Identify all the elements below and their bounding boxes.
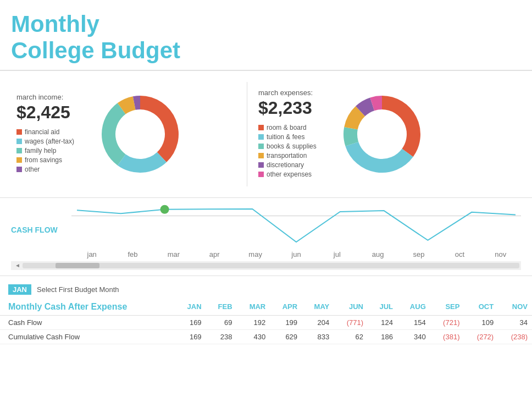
expenses-amount: $2,233 [258,98,335,118]
legend-item: wages (after-tax) [16,137,93,145]
month-label: nov [480,250,521,258]
table-row: Cumulative Cash Flow16923843062983362186… [0,329,532,344]
cashflow-title: CASH FLOW [11,220,71,234]
month-label: jan [71,250,112,258]
table-col-header: MAY [302,298,334,316]
legend-item: discretionary [258,161,335,169]
table-col-header: JUN [334,298,368,316]
month-label: may [235,250,275,258]
income-donut [93,87,187,181]
cell-value: 109 [464,315,498,329]
jan-header: JAN Select First Budget Month [0,282,532,298]
legend-item: from savings [16,156,93,164]
table-section-title: Monthly Cash After Expense [0,298,175,316]
cell-value: 154 [397,315,430,329]
scrollbar-thumb[interactable] [56,263,99,268]
cell-value: (238) [498,329,532,344]
month-label: jul [317,250,357,258]
expenses-donut [335,87,429,181]
income-legend: financial aidwages (after-tax)family hel… [16,128,93,173]
month-label: feb [112,250,153,258]
cell-value: 204 [302,315,334,329]
table-col-header: FEB [206,298,237,316]
charts-section: march income: $2,425 financial aidwages … [0,71,532,198]
cell-value: 62 [334,329,368,344]
table-col-header: OCT [464,298,498,316]
table-col-header: APR [270,298,302,316]
legend-item: other expenses [258,170,335,178]
income-amount: $2,425 [16,102,93,123]
cell-value: (721) [430,315,464,329]
income-info: march income: $2,425 financial aidwages … [16,93,93,175]
row-label: Cash Flow [0,315,175,329]
cell-value: 186 [368,329,397,344]
cell-value: 169 [175,315,206,329]
cell-value: 124 [368,315,397,329]
cell-value: 238 [206,329,237,344]
table-col-header: SEP [430,298,464,316]
cell-value: 833 [302,329,334,344]
expenses-panel: march expenses: $2,233 room & boardtuiti… [247,82,489,186]
month-label: mar [153,250,194,258]
legend-item: books & supplies [258,142,335,150]
page-header: Monthly College Budget [0,0,532,71]
budget-table: Monthly Cash After ExpenseJANFEBMARAPRMA… [0,298,532,344]
expenses-info: march expenses: $2,233 room & boardtuiti… [258,89,335,180]
cell-value: 430 [237,329,270,344]
svg-point-1 [160,205,169,213]
table-col-header: NOV [498,298,532,316]
month-label: sep [398,250,439,258]
scroll-left-arrow[interactable]: ◄ [13,262,23,268]
row-label: Cumulative Cash Flow [0,329,175,344]
legend-item: transportation [258,152,335,159]
cell-value: 192 [237,315,270,329]
cashflow-chart [71,203,521,247]
cell-value: 34 [498,315,532,329]
cashflow-section: CASH FLOW janfebmaraprmayjunjulaugsepoct… [0,198,532,276]
income-panel: march income: $2,425 financial aidwages … [5,82,247,186]
legend-item: family help [16,147,93,155]
month-label: oct [439,250,480,258]
expenses-label: march expenses: [258,89,335,97]
cell-value: 629 [270,329,302,344]
legend-item: other [16,166,93,173]
cell-value: (272) [464,329,498,344]
month-label: aug [358,250,398,258]
table-col-header: JAN [175,298,206,316]
scrollbar[interactable]: ◄ [11,261,521,270]
income-label: march income: [16,93,93,101]
month-label: jun [276,250,317,258]
jan-badge[interactable]: JAN [8,284,31,295]
jan-text: Select First Budget Month [37,285,119,294]
month-labels: janfebmaraprmayjunjulaugsepoctnov [71,247,521,261]
table-section: JAN Select First Budget Month Monthly Ca… [0,276,532,344]
page-title: Monthly College Budget [11,11,521,64]
month-label: apr [194,250,235,258]
cell-value: (771) [334,315,368,329]
cell-value: 169 [175,329,206,344]
table-col-header: MAR [237,298,270,316]
table-row: Cash Flow16969192199204(771)124154(721)1… [0,315,532,329]
cell-value: (381) [430,329,464,344]
cell-value: 69 [206,315,237,329]
table-col-header: AUG [397,298,430,316]
legend-item: room & board [258,124,335,131]
cell-value: 199 [270,315,302,329]
legend-item: financial aid [16,128,93,136]
table-col-header: JUL [368,298,397,316]
cell-value: 340 [397,329,430,344]
legend-item: tuition & fees [258,133,335,141]
expenses-legend: room & boardtuition & feesbooks & suppli… [258,124,335,178]
